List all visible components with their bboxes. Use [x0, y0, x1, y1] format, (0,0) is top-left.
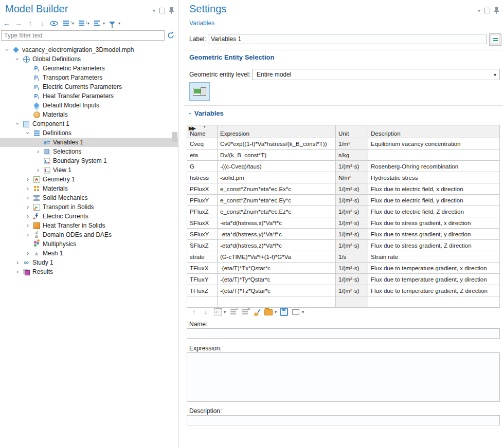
cell-expression[interactable]: Dv/(k_B_const*T): [218, 150, 336, 161]
pin-panel-icon[interactable]: [494, 7, 499, 14]
move-to-button[interactable]: →▾: [213, 307, 226, 316]
cell-expression[interactable]: -(eta/T)*Tz*Qstar*c: [218, 285, 336, 296]
variable-row[interactable]: TFluxY-(eta/T)*Ty*Qstar*c1/(m²·s)Flux du…: [187, 274, 500, 285]
variable-row[interactable]: G-((c-Cveq)/taus)1/(m³·s)Rosenberg-Ohrin…: [187, 161, 500, 172]
cell-description[interactable]: [368, 296, 500, 308]
tree-item-solid-mechanics[interactable]: ›Solid Mechanics: [0, 193, 178, 202]
cell-name[interactable]: strate: [187, 251, 218, 263]
pin-panel-icon[interactable]: [169, 7, 174, 14]
tree-item-boundary-system-1[interactable]: Boundary System 1: [0, 156, 178, 165]
filter-input[interactable]: [1, 30, 165, 41]
variable-row[interactable]: SFluxY-eta*d(hstress,y)*Va*f*c1/(m²·s)Fl…: [187, 229, 500, 240]
dropdown-caret-icon[interactable]: ▾: [224, 310, 226, 314]
variable-row[interactable]: PFluxYe_const*Znum*eta*ec.Ey*c1/(m²·s)Fl…: [187, 195, 500, 206]
cell-name[interactable]: SFluxY: [187, 229, 218, 240]
cell-description[interactable]: Strain rate: [368, 251, 500, 263]
variable-row[interactable]: TFluxX-(eta/T)*Tx*Qstar*c1/(m²·s)Flux du…: [187, 263, 500, 274]
tree-item-component-1[interactable]: ›Component 1: [0, 119, 178, 128]
expression-textarea[interactable]: [187, 352, 500, 402]
name-input[interactable]: [187, 328, 500, 339]
tree-scrollbar-thumb[interactable]: [172, 132, 177, 142]
tree-expand-chevron-icon[interactable]: ›: [24, 250, 32, 256]
tree-expand-chevron-icon[interactable]: ›: [24, 213, 32, 219]
tree-expand-chevron-icon[interactable]: ›: [13, 259, 22, 266]
dropdown-caret-icon[interactable]: ▾: [72, 21, 74, 26]
row-up-button[interactable]: ↑: [189, 307, 199, 316]
cell-unit[interactable]: N/m²: [336, 172, 368, 183]
panel-menu-caret-icon[interactable]: ▾: [153, 8, 155, 13]
cell-name[interactable]: PFluxZ: [187, 206, 218, 217]
tree-item-mesh-1[interactable]: ›▲Mesh 1: [0, 249, 178, 258]
variable-row[interactable]: SFluxZ-eta*d(hstress,z)*Va*f*c1/(m²·s)Fl…: [187, 240, 500, 251]
cell-unit[interactable]: 1/(m²·s): [336, 263, 368, 274]
cell-expression[interactable]: -eta*d(hstress,y)*Va*f*c: [218, 229, 336, 240]
column-header-unit[interactable]: Unit: [336, 125, 368, 138]
geometric-entity-level-select[interactable]: Entire model ▾: [252, 69, 500, 80]
tree-item-variables-1[interactable]: a=Variables 1: [0, 138, 178, 147]
dropdown-caret-icon[interactable]: ▾: [275, 310, 277, 314]
column-header-description[interactable]: Description: [368, 125, 500, 138]
cell-name[interactable]: PFluxY: [187, 195, 218, 206]
column-header-name[interactable]: ▶▶ ▾ Name: [187, 125, 218, 138]
tree-expand-chevron-icon[interactable]: ›: [24, 176, 32, 182]
cell-expression[interactable]: -solid.pm: [218, 172, 336, 183]
dropdown-caret-icon[interactable]: ▾: [103, 21, 105, 26]
rename-label-icon[interactable]: [489, 33, 501, 46]
column-options-caret-icon[interactable]: ▾: [204, 125, 206, 129]
cell-name[interactable]: PFluxX: [187, 183, 218, 195]
tree-item-transport-parameters[interactable]: PiTransport Parameters: [0, 73, 178, 82]
cell-name[interactable]: TFluxX: [187, 263, 218, 274]
cell-name[interactable]: SFluxX: [187, 217, 218, 229]
variable-row[interactable]: hstress-solid.pmN/m²Hydrostatic stress: [187, 172, 500, 183]
tree-item-definitions[interactable]: ›Definitions: [0, 128, 178, 138]
variable-row[interactable]: strate(G-cTIME)*Va*f+(1-f)*G*Va1/sStrain…: [187, 251, 500, 263]
cell-unit[interactable]: 1/(m²·s): [336, 217, 368, 229]
cell-unit[interactable]: 1/(m²·s): [336, 183, 368, 195]
panel-splitter[interactable]: [178, 0, 184, 448]
tree-item-geometry-1[interactable]: ›AGeometry 1: [0, 175, 178, 184]
save-to-file-button[interactable]: [279, 307, 289, 316]
panel-menu-caret-icon[interactable]: ▾: [478, 8, 480, 13]
cell-name[interactable]: TFluxY: [187, 274, 218, 285]
tree-item-domain-odes-and-daes[interactable]: ›ddtDomain ODEs and DAEs: [0, 230, 178, 239]
tree-expand-chevron-icon[interactable]: ›: [13, 269, 22, 275]
dropdown-caret-icon[interactable]: ▾: [87, 21, 89, 26]
float-panel-icon[interactable]: [159, 8, 165, 13]
delete-row-button[interactable]: ×: [240, 307, 249, 316]
tree-item-view-1[interactable]: ›View 1: [0, 165, 178, 175]
cell-unit[interactable]: 1/(m³·s): [336, 161, 368, 172]
expand-all-button[interactable]: ↓▾: [77, 18, 89, 28]
cell-description[interactable]: Flux due to electric field, y direction: [368, 195, 500, 206]
tree-collapse-chevron-icon[interactable]: ›: [14, 120, 21, 128]
move-down-button[interactable]: ↓: [38, 18, 47, 28]
cell-expression[interactable]: e_const*Znum*eta*ec.Ey*c: [218, 195, 336, 206]
table-settings-button[interactable]: ▾: [291, 307, 304, 316]
cell-description[interactable]: Flux due to stress gradient, x direction: [368, 217, 500, 229]
tree-item-electric-currents-parameters[interactable]: PiElectric Currents Parameters: [0, 82, 178, 91]
cell-expression[interactable]: -(eta/T)*Ty*Qstar*c: [218, 274, 336, 285]
tree-expand-chevron-icon[interactable]: ›: [34, 148, 42, 155]
tree-expand-chevron-icon[interactable]: ›: [34, 167, 42, 173]
tree-item-study-1[interactable]: ›∞Study 1: [0, 258, 178, 267]
tree-item-results[interactable]: ›Results: [0, 267, 178, 276]
cell-unit[interactable]: 1/(m²·s): [336, 206, 368, 217]
tree-collapse-chevron-icon[interactable]: ›: [4, 46, 10, 54]
tree-item-materials[interactable]: Materials: [0, 110, 178, 119]
label-input[interactable]: [208, 34, 487, 44]
tree-item-vacancy-electromigration-3dmodel-mph[interactable]: ›vacancy_electromigration_3Dmodel.mph: [0, 45, 178, 54]
tree-expand-chevron-icon[interactable]: ›: [24, 204, 32, 210]
cell-name[interactable]: SFluxZ: [187, 240, 218, 251]
settings-breadcrumb[interactable]: Variables: [189, 20, 214, 27]
column-header-expression[interactable]: Expression: [218, 125, 336, 138]
cell-expression[interactable]: -(eta/T)*Tx*Qstar*c: [218, 263, 336, 274]
variable-row[interactable]: etaDv/(k_B_const*T)s/kg: [187, 150, 500, 161]
variables-section-header[interactable]: › Variables: [189, 109, 224, 117]
cell-expression[interactable]: -((c-Cveq)/taus): [218, 161, 336, 172]
cell-name[interactable]: TFluxZ: [187, 285, 218, 296]
cell-description[interactable]: Rosenberg-Ohring recombination: [368, 161, 500, 172]
dropdown-caret-icon[interactable]: ▾: [118, 21, 120, 26]
cell-expression[interactable]: e_const*Znum*eta*ec.Ex*c: [218, 183, 336, 195]
tree-expand-chevron-icon[interactable]: ›: [24, 185, 32, 192]
clear-table-button[interactable]: [252, 307, 261, 316]
cell-expression[interactable]: (G-cTIME)*Va*f+(1-f)*G*Va: [218, 251, 336, 263]
